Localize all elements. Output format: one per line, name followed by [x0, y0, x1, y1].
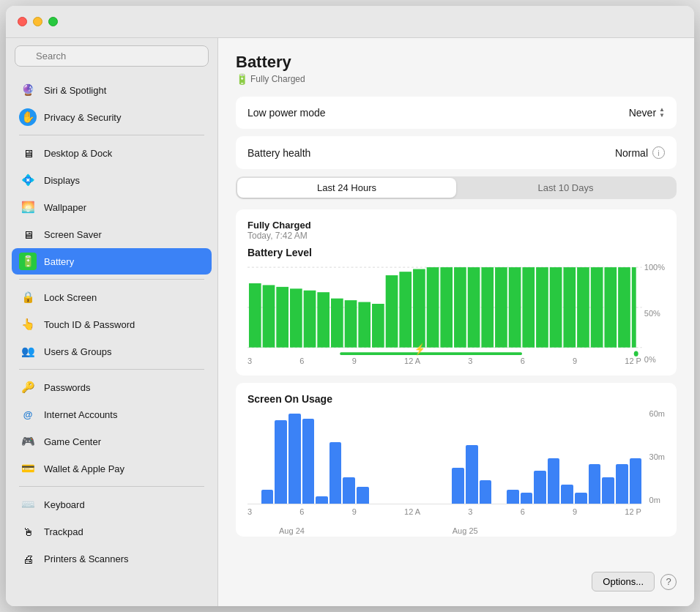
battery-chart-section: Fully Charged Today, 7:42 AM Battery Lev…: [236, 209, 677, 376]
siri-icon: 🔮: [19, 81, 37, 99]
sidebar-divider: [19, 279, 204, 280]
usage-bar: [630, 458, 642, 504]
time-tabs: Last 24 Hours Last 10 Days: [236, 176, 677, 199]
sidebar-item-label: Users & Groups: [44, 346, 111, 357]
sidebar-item-internet-accounts[interactable]: @ Internet Accounts: [12, 401, 212, 428]
sidebar-item-privacy-security[interactable]: ✋ Privacy & Security: [12, 104, 212, 130]
svg-rect-14: [399, 272, 412, 347]
tab-last-10-days[interactable]: Last 10 Days: [456, 178, 675, 198]
sidebar-item-screen-saver[interactable]: 🖥 Screen Saver: [12, 221, 212, 247]
usage-x-9p: 9: [573, 507, 577, 516]
battery-x-6p: 6: [521, 357, 525, 365]
svg-rect-12: [372, 304, 384, 348]
subtitle-text: Fully Charged: [250, 74, 305, 84]
internet-accounts-icon: @: [19, 406, 37, 423]
svg-rect-6: [290, 288, 302, 347]
sidebar-item-touch-id[interactable]: 👆 Touch ID & Password: [12, 311, 212, 337]
trackpad-icon: 🖱: [19, 523, 37, 540]
sidebar-divider: [19, 135, 204, 135]
usage-y-labels: 60m 30m 0m: [649, 409, 665, 504]
usage-x-labels: 3 6 9 12 A 3 6 9 12 P: [247, 507, 641, 516]
usage-bar: [261, 490, 274, 504]
sidebar-item-lock-screen[interactable]: 🔒 Lock Screen: [12, 284, 212, 310]
sidebar-item-siri-spotlight[interactable]: 🔮 Siri & Spotlight: [12, 77, 212, 103]
screen-usage-chart-title: Screen On Usage: [247, 393, 665, 405]
sidebar-item-passwords[interactable]: 🔑 Passwords: [12, 374, 212, 400]
sidebar-item-battery[interactable]: 🔋 Battery: [12, 248, 212, 275]
sidebar-item-label: Screen Saver: [44, 229, 102, 240]
sidebar-item-label: Game Center: [44, 436, 101, 447]
battery-y-label-100: 100%: [644, 263, 665, 272]
svg-rect-5: [276, 287, 288, 348]
usage-bar: [329, 442, 342, 504]
sidebar-divider: [19, 486, 204, 487]
sidebar-item-wallet-pay[interactable]: 💳 Wallet & Apple Pay: [12, 455, 212, 482]
svg-rect-30: [618, 267, 630, 348]
sidebar-item-label: Wallet & Apple Pay: [44, 463, 124, 474]
search-container: 🔍: [6, 38, 217, 74]
svg-rect-29: [604, 267, 617, 348]
touch-id-icon: 👆: [19, 316, 37, 333]
usage-x-12p: 12 P: [625, 507, 641, 516]
privacy-icon: ✋: [19, 108, 37, 126]
search-input[interactable]: [15, 45, 209, 67]
low-power-mode-value-text: Never: [629, 107, 656, 119]
sidebar-item-label: Siri & Spotlight: [44, 85, 106, 96]
svg-point-34: [634, 351, 638, 357]
usage-bar: [343, 477, 355, 504]
low-power-mode-value[interactable]: Never ▲ ▼: [629, 107, 665, 119]
sidebar-item-printers-scanners[interactable]: 🖨 Printers & Scanners: [12, 545, 212, 572]
stepper-arrows[interactable]: ▲ ▼: [659, 107, 665, 119]
svg-rect-4: [263, 285, 275, 347]
titlebar: [6, 6, 694, 38]
detail-subtitle: 🔋 Fully Charged: [236, 73, 677, 85]
help-button[interactable]: ?: [660, 574, 677, 590]
battery-x-labels: 3 6 9 12 A 3 6 9 12 P: [247, 357, 641, 365]
battery-x-9a: 9: [352, 357, 357, 365]
low-power-mode-row: Low power mode Never ▲ ▼: [236, 97, 677, 129]
tab-last-24-hours[interactable]: Last 24 Hours: [237, 178, 456, 198]
options-button[interactable]: Options...: [592, 572, 655, 592]
sidebar-item-label: Passwords: [44, 382, 91, 393]
usage-bar: [316, 496, 328, 504]
battery-chart-svg: ⚡: [247, 263, 665, 365]
battery-x-12a: 12 A: [404, 357, 420, 365]
charged-time: Today, 7:42 AM: [247, 231, 665, 241]
info-icon[interactable]: i: [652, 146, 665, 159]
svg-rect-22: [509, 267, 521, 348]
main-window: 🔍 🔮 Siri & Spotlight ✋ Privacy & Securit…: [6, 6, 694, 606]
battery-y-labels: 100% 50% 0%: [644, 263, 665, 365]
svg-rect-27: [577, 267, 589, 348]
usage-bar: [302, 419, 315, 504]
svg-rect-15: [413, 269, 425, 348]
svg-rect-7: [304, 291, 316, 348]
sidebar-item-displays[interactable]: 💠 Displays: [12, 167, 212, 193]
minimize-button[interactable]: [33, 17, 42, 26]
usage-x-6p: 6: [521, 507, 525, 516]
wallpaper-icon: 🌅: [19, 198, 37, 216]
sidebar-item-label: Touch ID & Password: [44, 319, 135, 330]
sidebar-item-keyboard[interactable]: ⌨️ Keyboard: [12, 491, 212, 518]
screen-usage-chart-section: Screen On Usage: [236, 383, 677, 537]
sidebar-item-desktop-dock[interactable]: 🖥 Desktop & Dock: [12, 140, 212, 166]
usage-bar: [452, 468, 464, 504]
sidebar-item-trackpad[interactable]: 🖱 Trackpad: [12, 518, 212, 545]
usage-bar: [275, 420, 287, 504]
main-content: 🔍 🔮 Siri & Spotlight ✋ Privacy & Securit…: [6, 38, 694, 606]
users-groups-icon: 👥: [19, 343, 37, 360]
svg-rect-25: [550, 267, 562, 348]
battery-full-icon: 🔋: [236, 73, 248, 85]
sidebar-item-wallpaper[interactable]: 🌅 Wallpaper: [12, 194, 212, 220]
usage-y-0m: 0m: [649, 496, 665, 504]
usage-x-6: 6: [299, 507, 304, 516]
usage-x-3: 3: [247, 507, 252, 516]
sidebar-item-game-center[interactable]: 🎮 Game Center: [12, 428, 212, 455]
svg-rect-3: [249, 283, 261, 348]
page-title: Battery: [236, 53, 677, 72]
svg-rect-13: [386, 275, 398, 348]
battery-x-3p: 3: [468, 357, 472, 365]
usage-x-12a: 12 A: [404, 507, 420, 516]
sidebar-item-users-groups[interactable]: 👥 Users & Groups: [12, 338, 212, 365]
maximize-button[interactable]: [48, 17, 58, 26]
close-button[interactable]: [18, 17, 27, 26]
